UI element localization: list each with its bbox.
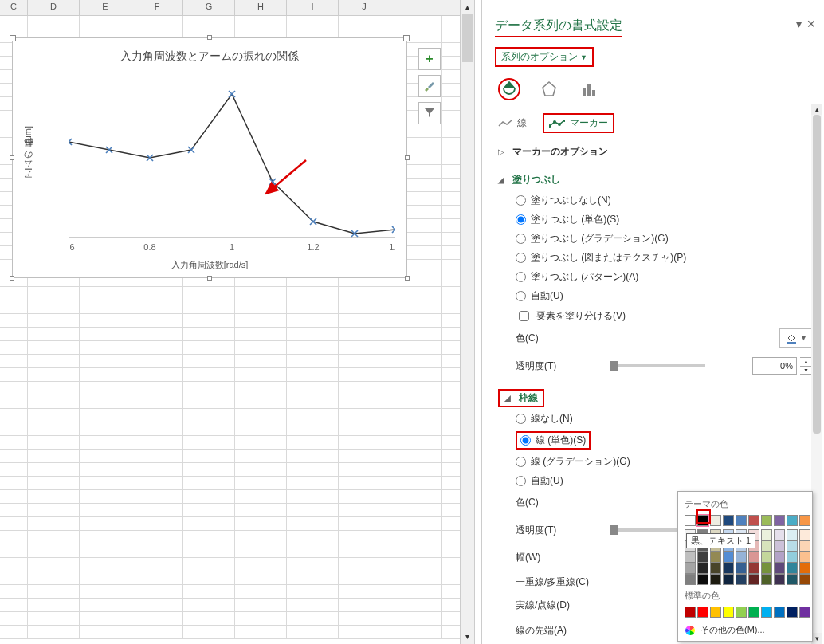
scroll-thumb[interactable] xyxy=(813,115,821,434)
grid-row[interactable] xyxy=(0,314,474,328)
color-swatch[interactable] xyxy=(697,607,708,618)
color-swatch[interactable] xyxy=(787,529,798,540)
color-swatch[interactable] xyxy=(736,563,747,574)
color-swatch[interactable] xyxy=(685,574,696,585)
border-auto-radio[interactable]: 自動(U) xyxy=(516,474,813,488)
color-swatch[interactable] xyxy=(799,540,810,552)
color-swatch[interactable] xyxy=(697,552,708,563)
color-swatch[interactable] xyxy=(787,540,798,552)
color-swatch[interactable] xyxy=(774,552,785,563)
color-swatch[interactable] xyxy=(787,607,798,618)
fill-auto-radio[interactable]: 自動(U) xyxy=(516,289,813,303)
color-swatch[interactable] xyxy=(710,563,721,574)
marker-tab[interactable]: マーカー xyxy=(543,113,614,133)
col-header[interactable]: D xyxy=(28,0,80,15)
grid-row[interactable] xyxy=(0,328,474,341)
border-none-radio[interactable]: 線なし(N) xyxy=(516,412,813,426)
grid-row[interactable] xyxy=(0,504,474,517)
color-swatch[interactable] xyxy=(774,607,785,618)
color-swatch[interactable] xyxy=(748,515,759,526)
grid-row[interactable] xyxy=(0,287,474,300)
grid-row[interactable] xyxy=(0,612,474,626)
color-swatch[interactable] xyxy=(710,515,721,526)
col-header[interactable]: C xyxy=(0,0,28,15)
color-swatch[interactable] xyxy=(787,574,798,585)
grid-row[interactable] xyxy=(0,409,474,422)
fill-gradient-radio[interactable]: 塗りつぶし (グラデーション)(G) xyxy=(516,232,813,245)
grid-row[interactable] xyxy=(0,422,474,436)
grid-row[interactable] xyxy=(0,341,474,355)
color-swatch[interactable] xyxy=(774,515,785,526)
grid-row[interactable] xyxy=(0,571,474,585)
scroll-up-icon[interactable]: ▴ xyxy=(461,0,474,14)
color-swatch[interactable] xyxy=(761,540,772,552)
color-swatch[interactable] xyxy=(761,607,772,618)
fill-line-tab-icon[interactable] xyxy=(498,78,520,100)
color-swatch[interactable] xyxy=(748,574,759,585)
grid-row[interactable] xyxy=(0,16,474,29)
color-swatch[interactable] xyxy=(685,515,696,526)
fill-pattern-radio[interactable]: 塗りつぶし (パターン)(A) xyxy=(516,270,813,284)
grid-row[interactable] xyxy=(0,300,474,314)
fill-picture-radio[interactable]: 塗りつぶし (図またはテクスチャ)(P) xyxy=(516,251,813,265)
chart-title[interactable]: 入力角周波数とアームの振れの関係 xyxy=(13,38,406,64)
grid-row[interactable] xyxy=(0,395,474,409)
color-swatch[interactable] xyxy=(774,574,785,585)
scroll-down-icon[interactable]: ▾ xyxy=(811,633,822,644)
color-swatch[interactable] xyxy=(736,574,747,585)
color-swatch[interactable] xyxy=(685,563,696,574)
border-section-header[interactable]: ◢ 枠線 xyxy=(498,389,544,407)
embedded-chart[interactable]: 入力角周波数とアームの振れの関係 アームの振れ[μm] 入力角周波数[rad/s… xyxy=(12,37,407,278)
fill-solid-radio[interactable]: 塗りつぶし (単色)(S) xyxy=(516,213,813,226)
panel-scrollbar[interactable]: ▴ ▾ xyxy=(811,104,822,644)
col-header[interactable]: I xyxy=(287,0,339,15)
grid-row[interactable] xyxy=(0,477,474,490)
scroll-down-icon[interactable]: ▾ xyxy=(461,630,474,644)
chart-x-axis-label[interactable]: 入力角周波数[rad/s] xyxy=(13,259,406,271)
effects-tab-icon[interactable] xyxy=(538,78,560,100)
grid-row[interactable] xyxy=(0,463,474,477)
chart-y-axis-label[interactable]: アームの振れ[μm] xyxy=(22,126,34,184)
color-swatch[interactable] xyxy=(774,529,785,540)
marker-options-section[interactable]: ▷ マーカーのオプション xyxy=(498,143,813,161)
color-swatch[interactable] xyxy=(761,563,772,574)
fill-color-dropdown[interactable]: ▼ xyxy=(779,328,813,348)
fill-transparency-input[interactable]: 0% xyxy=(752,357,797,375)
border-solid-radio[interactable]: 線 (単色)(S) xyxy=(520,434,586,447)
fill-transparency-slider[interactable] xyxy=(610,364,705,367)
grid-row[interactable] xyxy=(0,368,474,382)
col-header[interactable]: E xyxy=(80,0,131,15)
color-swatch[interactable] xyxy=(685,607,696,618)
color-swatch[interactable] xyxy=(697,563,708,574)
color-swatch[interactable] xyxy=(723,607,734,618)
panel-close-icon[interactable]: ✕ xyxy=(806,18,816,30)
chart-plot-area[interactable]: 0 400 800 1200 1600 2000 0.6 0.8 1 1.2 1… xyxy=(69,78,395,253)
scroll-thumb[interactable] xyxy=(462,14,473,62)
color-swatch[interactable] xyxy=(723,515,734,526)
color-swatch[interactable] xyxy=(748,552,759,563)
color-swatch[interactable] xyxy=(736,607,747,618)
grid-vertical-scrollbar[interactable]: ▴ ▾ xyxy=(460,0,474,644)
panel-dropdown-icon[interactable]: ▾ xyxy=(796,18,802,30)
fill-none-radio[interactable]: 塗りつぶしなし(N) xyxy=(516,194,813,207)
color-swatch[interactable] xyxy=(799,574,810,585)
more-colors-button[interactable]: その他の色(M)... xyxy=(685,621,806,636)
color-swatch[interactable] xyxy=(799,607,810,618)
grid-row[interactable] xyxy=(0,517,474,531)
color-swatch[interactable] xyxy=(710,607,721,618)
scroll-up-icon[interactable]: ▴ xyxy=(811,104,822,115)
fill-section-header[interactable]: ◢ 塗りつぶし xyxy=(498,171,813,189)
line-tab[interactable]: 線 xyxy=(498,116,527,130)
color-swatch[interactable] xyxy=(685,552,696,563)
grid-row[interactable] xyxy=(0,436,474,450)
color-swatch[interactable] xyxy=(761,529,772,540)
chart-filter-button[interactable] xyxy=(418,102,441,124)
color-swatch[interactable] xyxy=(710,552,721,563)
color-swatch[interactable] xyxy=(787,552,798,563)
color-swatch[interactable] xyxy=(799,515,810,526)
series-options-dropdown[interactable]: 系列のオプション▼ xyxy=(495,47,594,67)
col-header[interactable]: F xyxy=(131,0,183,15)
grid-row[interactable] xyxy=(0,585,474,599)
grid-row[interactable] xyxy=(0,626,474,639)
color-swatch[interactable] xyxy=(748,607,759,618)
